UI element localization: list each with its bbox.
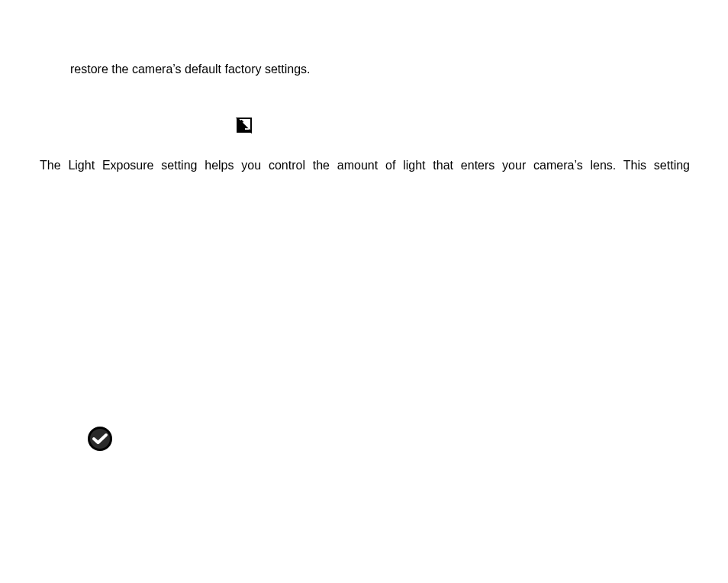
light-exposure-description: The Light Exposure setting helps you con… <box>40 159 690 172</box>
restore-settings-text: restore the camera’s default factory set… <box>70 63 311 76</box>
check-circle-icon <box>87 426 113 452</box>
exposure-icon <box>235 116 253 134</box>
